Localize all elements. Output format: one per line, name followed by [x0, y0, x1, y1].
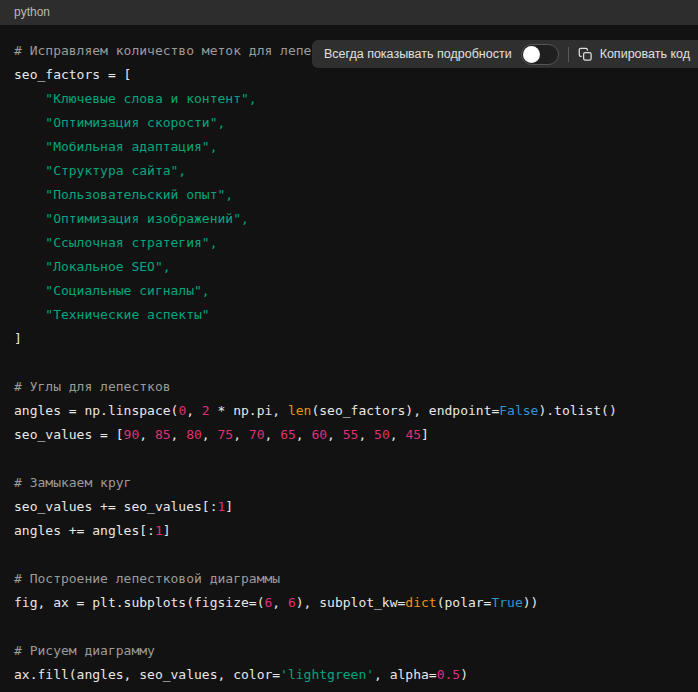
code-token-string: "Социальные сигналы",	[45, 283, 209, 298]
code-line: # Построение лепестковой диаграммы	[14, 567, 684, 591]
code-token-string: "Ссылочная стратегия",	[45, 235, 217, 250]
code-token-plain: (seo_factors), endpoint=	[311, 403, 499, 418]
code-token-comment: # Замыкаем круг	[14, 475, 131, 490]
code-token-plain: ,	[272, 595, 288, 610]
code-token-number: 55	[343, 427, 359, 442]
code-content: # Исправляем количество меток для лепест…	[14, 39, 684, 687]
copy-icon	[578, 47, 593, 62]
code-line: "Социальные сигналы",	[14, 279, 684, 303]
code-token-comment: # Рисуем диаграмму	[14, 643, 155, 658]
code-token-builtin: len	[288, 403, 311, 418]
code-line: "Ключевые слова и контент",	[14, 87, 684, 111]
code-token-plain	[14, 259, 45, 274]
code-block: python # Исправляем количество меток для…	[0, 0, 698, 692]
code-line: # Замыкаем круг	[14, 471, 684, 495]
code-token-plain: seo_factors = [	[14, 67, 131, 82]
code-line: "Структура сайта",	[14, 159, 684, 183]
code-token-comment: # Исправляем количество меток для лепест…	[14, 43, 351, 58]
code-token-number: 50	[374, 427, 390, 442]
code-token-plain: ,	[171, 427, 187, 442]
code-line: "Мобильная адаптация",	[14, 135, 684, 159]
code-line	[14, 543, 684, 567]
code-token-plain: ).tolist()	[538, 403, 616, 418]
code-line: ax.fill(angles, seo_values, color='light…	[14, 663, 684, 687]
code-token-number: 2	[202, 403, 210, 418]
code-token-plain	[14, 187, 45, 202]
code-token-number: 80	[186, 427, 202, 442]
code-token-number: 75	[218, 427, 234, 442]
code-token-plain	[14, 163, 45, 178]
code-token-plain: ]	[225, 499, 233, 514]
code-token-plain	[14, 235, 45, 250]
code-token-plain	[14, 307, 45, 322]
code-line: seo_values = [90, 85, 80, 75, 70, 65, 60…	[14, 423, 684, 447]
code-token-string: "Ключевые слова и контент",	[45, 91, 256, 106]
code-line: angles = np.linspace(0, 2 * np.pi, len(s…	[14, 399, 684, 423]
code-token-comment: # Углы для лепестков	[14, 379, 171, 394]
code-header: python	[0, 0, 698, 25]
code-line: # Рисуем диаграмму	[14, 639, 684, 663]
code-token-plain: (polar=	[437, 595, 492, 610]
toolbar-divider	[568, 47, 569, 62]
code-token-string: "Мобильная адаптация",	[45, 139, 217, 154]
code-line: # Углы для лепестков	[14, 375, 684, 399]
code-token-string: 'lightgreen'	[280, 667, 374, 682]
code-token-plain: ,	[264, 427, 280, 442]
code-token-plain: seo_values += seo_values[:	[14, 499, 218, 514]
code-token-comment: # Построение лепестковой диаграммы	[14, 571, 280, 586]
code-token-plain: ,	[202, 427, 218, 442]
code-line: angles += angles[:1]	[14, 519, 684, 543]
code-token-keyword: True	[491, 595, 522, 610]
code-token-plain: )	[460, 667, 468, 682]
code-token-string: "Оптимизация изображений",	[45, 211, 249, 226]
details-toggle[interactable]	[521, 44, 559, 65]
code-line: "Технические аспекты"	[14, 303, 684, 327]
code-token-string: "Структура сайта",	[45, 163, 186, 178]
code-token-plain	[14, 211, 45, 226]
code-token-plain	[14, 139, 45, 154]
code-token-plain	[14, 283, 45, 298]
code-token-string: "Оптимизация скорости",	[45, 115, 225, 130]
code-token-plain: ,	[139, 427, 155, 442]
code-line: "Оптимизация скорости",	[14, 111, 684, 135]
code-token-plain: ,	[296, 427, 312, 442]
code-token-string: "Технические аспекты"	[45, 307, 209, 322]
code-line: "Оптимизация изображений",	[14, 207, 684, 231]
code-token-number: 0.5	[437, 667, 460, 682]
floating-toolbar: Всегда показывать подробности Копировать…	[312, 40, 698, 68]
code-line	[14, 615, 684, 639]
code-token-number: 6	[288, 595, 296, 610]
code-line: "Локальное SEO",	[14, 255, 684, 279]
code-token-number: 45	[405, 427, 421, 442]
toggle-knob	[523, 46, 540, 63]
code-language-label: python	[14, 0, 50, 25]
code-token-plain: ,	[327, 427, 343, 442]
code-token-plain: , alpha=	[374, 667, 437, 682]
copy-code-label: Копировать код	[600, 47, 690, 61]
code-token-plain: ,	[233, 427, 249, 442]
code-line: ]	[14, 327, 684, 351]
code-token-plain: ), subplot_kw=	[296, 595, 406, 610]
code-token-string: "Локальное SEO",	[45, 259, 170, 274]
code-token-plain: ,	[186, 403, 202, 418]
code-token-number: 90	[124, 427, 140, 442]
code-token-builtin: dict	[405, 595, 436, 610]
code-token-keyword: False	[499, 403, 538, 418]
code-token-plain: ,	[358, 427, 374, 442]
code-token-plain: ))	[523, 595, 539, 610]
code-token-plain: fig, ax = plt.subplots(figsize=(	[14, 595, 264, 610]
code-line: fig, ax = plt.subplots(figsize=(6, 6), s…	[14, 591, 684, 615]
code-token-plain	[14, 91, 45, 106]
code-token-number: 1	[155, 523, 163, 538]
code-token-plain: angles = np.linspace(	[14, 403, 178, 418]
code-token-plain: ax.fill(angles, seo_values, color=	[14, 667, 280, 682]
code-token-number: 85	[155, 427, 171, 442]
code-line	[14, 351, 684, 375]
code-line: "Ссылочная стратегия",	[14, 231, 684, 255]
code-scroll-area: # Исправляем количество меток для лепест…	[0, 25, 698, 692]
copy-code-button[interactable]: Копировать код	[578, 47, 690, 62]
code-token-plain: angles += angles[:	[14, 523, 155, 538]
code-token-plain: * np.pi,	[210, 403, 288, 418]
code-token-plain: ]	[163, 523, 171, 538]
code-line	[14, 447, 684, 471]
